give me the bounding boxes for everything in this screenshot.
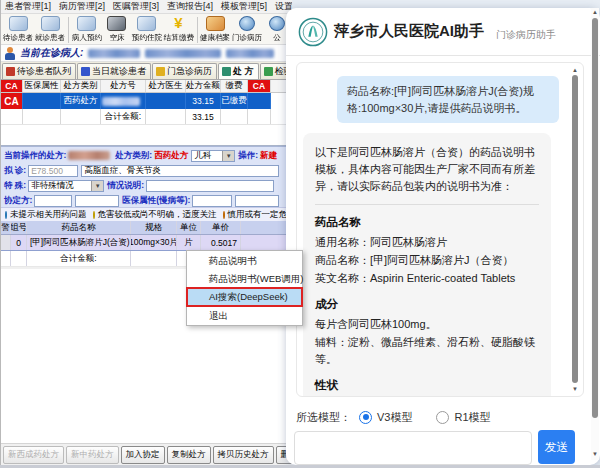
insurance-input-1[interactable]: [192, 195, 232, 207]
diagnosis-text-input[interactable]: 高脂血症、骨关节炎: [81, 165, 279, 177]
menu-bar: 患者管理[1] 病历管理[2] 医嘱管理[3] 查询报告[4] 模板管理[5] …: [1, 0, 292, 14]
prescription-row-selected[interactable]: CA 西药处方 33.15 已缴费: [1, 93, 293, 109]
toolbar-empty-bed[interactable]: 空床: [103, 15, 131, 43]
orange-dot-icon: [223, 211, 225, 219]
radio-unselected-icon[interactable]: [436, 411, 449, 424]
menu-item-exit[interactable]: 退出: [187, 306, 302, 324]
insurance-input-2[interactable]: [235, 195, 279, 207]
model-selector-row: 所选模型： V3模型 R1模型: [296, 405, 586, 429]
ca-header: CA: [1, 80, 23, 92]
admission-booking-icon: [137, 16, 156, 31]
tab-today-patients[interactable]: 当日就诊患者: [77, 63, 151, 79]
patient-icon: [4, 47, 16, 60]
flask-icon: [264, 67, 273, 76]
menu-patient-mgmt[interactable]: 患者管理[1]: [1, 0, 55, 13]
patient-id-redacted: [145, 49, 221, 58]
menu-order-mgmt[interactable]: 医嘱管理[3]: [109, 0, 163, 13]
toolbar-admission-booking[interactable]: 预约住院: [131, 15, 163, 43]
public-health-icon: [269, 16, 285, 31]
message-input[interactable]: [294, 431, 532, 465]
special-note-input[interactable]: [146, 180, 274, 192]
waiting-patients-icon: [9, 16, 28, 31]
his-window: 患者管理[1] 病历管理[2] 医嘱管理[3] 查询报告[4] 模板管理[5] …: [0, 0, 292, 468]
chat-scrollbar[interactable]: ▲ ▼: [571, 66, 579, 393]
new-chinese-rx-button: 新中药处方: [66, 446, 119, 464]
menu-template-mgmt[interactable]: 模板管理[5]: [217, 0, 271, 13]
radio-selected-icon[interactable]: [359, 411, 372, 424]
operation-value: 新建: [260, 150, 277, 162]
current-patient-bar: 当前在诊病人:: [1, 45, 292, 62]
prescription-table-header: CA 医保属性 处方类别 处方号 处方医生 处方金额 缴费 CA: [1, 80, 293, 93]
tab-waiting-queue[interactable]: 待诊患者队列: [2, 63, 76, 79]
queue-icon: [6, 67, 15, 76]
scrollbar-thumb[interactable]: [572, 75, 578, 383]
toolbar: 待诊患者 就诊患者 病人预约 空床 预约住院 ¥结算缴费 健康档案 门诊病历 公: [1, 14, 292, 45]
hospital-logo-icon: [298, 17, 328, 47]
total-value: 33.15: [186, 109, 221, 124]
copy-rx-button[interactable]: 复制处方: [167, 446, 211, 464]
model-option-v3[interactable]: V3模型: [359, 410, 412, 425]
scroll-down-icon[interactable]: ▼: [571, 385, 579, 393]
empty-bed-icon: [107, 16, 126, 31]
scrollbar-thumb[interactable]: [592, 18, 598, 418]
appointment-icon: [77, 16, 96, 31]
ca-header: CA: [248, 80, 271, 92]
toolbar-patient-appointment[interactable]: 病人预约: [71, 15, 103, 43]
diagnosis-code-input[interactable]: E78.500: [28, 165, 78, 177]
tab-outpatient-records[interactable]: 门急诊病历: [152, 63, 217, 79]
section-heading: 性状: [315, 377, 539, 395]
send-button[interactable]: 发送: [538, 430, 575, 464]
current-rx-redacted: [68, 151, 110, 160]
panel-scrollbar[interactable]: ▲ ▼: [591, 8, 599, 460]
tab-prescription[interactable]: 处 方: [218, 63, 259, 79]
header-divider: [286, 55, 600, 56]
drug-row[interactable]: 0 [甲]阿司匹林肠溶片J(合资) 100mg×30片 片 0.5017: [1, 235, 293, 251]
scroll-down-icon[interactable]: ▼: [591, 450, 599, 458]
section-heading: 药品名称: [315, 214, 539, 232]
menu-item-drug-insert[interactable]: 药品说明书: [187, 252, 302, 270]
ai-intro: 以下是阿司匹林肠溶片（合资）的药品说明书模板，具体内容可能因生产厂家不同而有所差…: [315, 144, 539, 195]
menu-item-ai-search-deepseek[interactable]: AI搜索(DeepSeek): [187, 288, 302, 306]
toolbar-waiting-patients[interactable]: 待诊患者: [2, 15, 34, 43]
menu-record-mgmt[interactable]: 病历管理[2]: [55, 0, 109, 13]
blue-dot-icon: [5, 211, 7, 219]
section-divider: [315, 204, 539, 205]
ai-panel-header: 萍乡市人民医院AI助手 门诊病历助手: [286, 8, 600, 55]
toolbar-outpatient-record[interactable]: 门诊病历: [231, 15, 263, 43]
grid-icon: [222, 67, 231, 76]
toolbar-separator: [68, 17, 69, 43]
department-select[interactable]: 儿科: [191, 150, 235, 162]
context-menu: 药品说明书 药品说明书(WEB调用) AI搜索(DeepSeek) 退出: [186, 250, 303, 326]
note-icon: [156, 67, 165, 76]
ai-assistant-panel: 萍乡市人民医院AI助手 门诊病历助手 药品名称:[甲]阿司匹林肠溶片J(合资)规…: [286, 8, 600, 465]
ai-panel-subtitle: 门诊病历助手: [496, 28, 556, 42]
tab-bar: 待诊患者队列 当日就诊患者 门急诊病历 处 方 检验申请: [1, 62, 292, 80]
rx-number-redacted: [102, 97, 140, 106]
toolbar-separator: [197, 17, 198, 43]
ai-panel-title: 萍乡市人民医院AI助手: [334, 22, 484, 41]
prescription-form: 当前操作的处方: 处方类别: 西药处方 儿科 操作: 新建 拟 诊: E78.5…: [1, 146, 293, 207]
add-agreement-button[interactable]: 加入协定: [121, 446, 165, 464]
chat-area[interactable]: 药品名称:[甲]阿司匹林肠溶片J(合资)规格:100mg×30片,请提供药品说明…: [296, 62, 584, 397]
toolbar-health-archive[interactable]: 健康档案: [199, 15, 231, 43]
copy-history-rx-button[interactable]: 拷贝历史处方: [213, 446, 274, 464]
menu-item-drug-insert-web[interactable]: 药品说明书(WEB调用): [187, 270, 302, 288]
visiting-patients-icon: [41, 16, 60, 31]
patient-info-redacted: [226, 49, 274, 58]
rx-type-value: 西药处方: [154, 150, 188, 162]
agreement-input-1[interactable]: [34, 195, 72, 207]
new-western-rx-button: 新西成药处方: [3, 446, 64, 464]
model-option-r1[interactable]: R1模型: [436, 410, 490, 425]
patient-name-redacted: [88, 49, 140, 58]
special-select[interactable]: 非特殊情况: [28, 180, 104, 192]
scroll-up-icon[interactable]: ▲: [571, 66, 579, 74]
agreement-input-2[interactable]: [75, 195, 119, 207]
section-heading: 成分: [315, 296, 539, 314]
toolbar-visiting-patients[interactable]: 就诊患者: [34, 15, 66, 43]
current-patient-label: 当前在诊病人:: [20, 46, 83, 60]
ai-message-bubble: 以下是阿司匹林肠溶片（合资）的药品说明书模板，具体内容可能因生产厂家不同而有所差…: [303, 133, 551, 397]
drug-table-header: 警 组号 药品名称 规格 单位 单价: [1, 221, 293, 235]
scroll-up-icon[interactable]: ▲: [591, 8, 599, 16]
menu-report-query[interactable]: 查询报告[4]: [163, 0, 217, 13]
toolbar-billing[interactable]: ¥结算缴费: [163, 15, 195, 43]
